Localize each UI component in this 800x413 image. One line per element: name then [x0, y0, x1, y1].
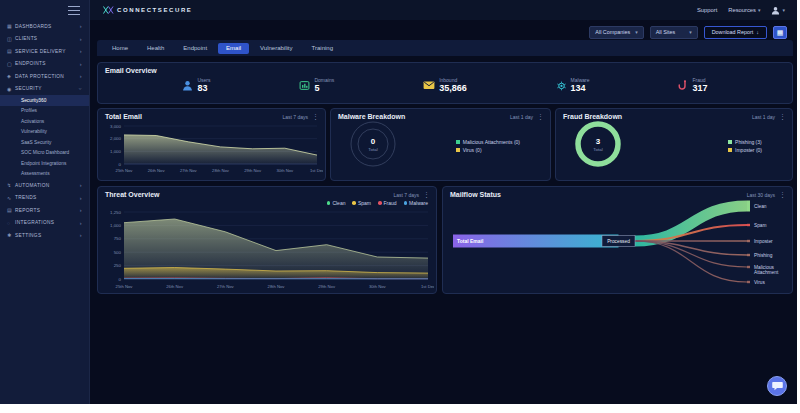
svg-text:27th Nov: 27th Nov: [180, 168, 198, 173]
topbar-right: Support Resources ▾ ▾: [697, 6, 785, 15]
sidebar-item-settings[interactable]: ✱SETTINGS›: [0, 229, 89, 242]
sankey-source-label: Total Email: [457, 238, 484, 244]
sidebar-subitem-profiles[interactable]: Profiles: [0, 106, 89, 117]
sites-select[interactable]: All Sites ▾: [650, 26, 698, 39]
chevron-down-icon: ▾: [782, 7, 785, 13]
sidebar-item-automation[interactable]: ↯AUTOMATION›: [0, 179, 89, 192]
support-link[interactable]: Support: [697, 7, 717, 13]
chevron-right-icon: ›: [80, 207, 82, 213]
malware-breakdown-card: Malware Breakdown Last 1 day ⋮ 0Total Ma…: [330, 108, 551, 181]
page-title: Email Overview: [105, 67, 157, 74]
svg-text:26th Nov: 26th Nov: [166, 284, 184, 289]
automation-icon: ↯: [7, 182, 15, 188]
sidebar-item-data-protection[interactable]: ◈DATA PROTECTION›: [0, 70, 89, 83]
legend-dot: [378, 201, 382, 205]
inbound-envelope-icon: [423, 80, 435, 90]
tab-home[interactable]: Home: [104, 43, 136, 54]
svg-text:26th Nov: 26th Nov: [148, 168, 166, 173]
tab-email[interactable]: Email: [218, 43, 249, 54]
chevron-down-icon: ▾: [635, 29, 638, 35]
sidebar-subitem-endpoint-integrations[interactable]: Endpoint Integrations: [0, 158, 89, 169]
download-icon: ↓: [756, 29, 759, 35]
svg-text:29th Nov: 29th Nov: [244, 168, 262, 173]
sidebar-item-label: INTEGRATIONS: [15, 220, 54, 225]
sidebar-subitem-soc-micro-dashboard[interactable]: SOC Micro Dashboard: [0, 148, 89, 159]
tab-health[interactable]: Health: [139, 43, 172, 54]
legend-item-malware: Malware: [404, 200, 428, 206]
fraud-breakdown-card: Fraud Breakdown Last 1 day ⋮ 3Total Phis…: [555, 108, 793, 181]
users-icon: [182, 80, 193, 91]
chevron-right-icon: ›: [80, 48, 82, 54]
mailflow-status-card: Mailflow Status Last 30 days ⋮ CleanSpam…: [442, 186, 793, 294]
stat-value: 134: [571, 84, 590, 93]
svg-text:28th Nov: 28th Nov: [268, 284, 286, 289]
companies-select[interactable]: All Companies ▾: [589, 26, 643, 39]
sidebar-item-service-delivery[interactable]: ▤SERVICE DELIVERY›: [0, 45, 89, 58]
chat-fab-button[interactable]: [767, 376, 787, 396]
tab-vulnerability[interactable]: Vulnerability: [252, 43, 300, 54]
brand-name: CONNECTSECURE: [117, 7, 192, 13]
sidebar-item-label: ENDPOINTS: [15, 61, 46, 66]
sidebar-collapse-button[interactable]: [68, 6, 80, 15]
trends-icon: ∿: [7, 195, 15, 201]
svg-text:30th Nov: 30th Nov: [276, 168, 294, 173]
card-menu-button[interactable]: ⋮: [312, 113, 319, 120]
endpoints-icon: ▢: [7, 61, 15, 67]
sidebar-subitem-vulnerability[interactable]: Vulnerability: [0, 127, 89, 138]
brand: CONNECTSECURE: [103, 6, 192, 14]
sidebar-item-endpoints[interactable]: ▢ENDPOINTS›: [0, 58, 89, 71]
legend-item-malicious-attachments-0: Malicious Attachments (0): [456, 139, 520, 145]
resources-menu[interactable]: Resources ▾: [728, 7, 760, 13]
card-menu-button[interactable]: ⋮: [537, 113, 544, 120]
sidebar-item-integrations[interactable]: ◌INTEGRATIONS›: [0, 217, 89, 230]
data-protection-icon: ◈: [7, 73, 15, 79]
sidebar-subitem-saas-security[interactable]: SaaS Security: [0, 137, 89, 148]
sidebar-nav: ▦DASHBOARDS›◫CLIENTS›▤SERVICE DELIVERY›▢…: [0, 20, 89, 242]
card-period-label: Last 30 days: [747, 192, 775, 198]
malware-legend: Malicious Attachments (0)Virus (0): [456, 136, 520, 156]
tab-endpoint[interactable]: Endpoint: [175, 43, 215, 54]
legend-item-fraud: Fraud: [378, 200, 397, 206]
svg-text:30th Nov: 30th Nov: [369, 284, 387, 289]
apps-button[interactable]: ▦: [773, 26, 787, 39]
mailflow-sankey-chart: CleanSpamImposterPhishingMaliciousAttach…: [443, 198, 792, 288]
card-title: Mailflow Status: [450, 191, 501, 198]
sankey-target-label: Virus: [754, 280, 765, 285]
topbar: CONNECTSECURE Support Resources ▾ ▾: [90, 0, 797, 20]
svg-text:29th Nov: 29th Nov: [318, 284, 336, 289]
user-menu[interactable]: ▾: [771, 6, 785, 15]
sidebar-subitem-activations[interactable]: Activations: [0, 116, 89, 127]
sidebar-item-label: SERVICE DELIVERY: [15, 49, 66, 54]
filter-toolbar: All Companies ▾ All Sites ▾ Download Rep…: [90, 22, 797, 42]
sidebar-item-clients[interactable]: ◫CLIENTS›: [0, 33, 89, 46]
stat-value: 35,866: [439, 84, 467, 93]
brand-logo-icon: [103, 6, 114, 14]
download-report-button[interactable]: Download Report ↓: [704, 26, 767, 39]
stats-row: Users 83 Domains 5 Inbound: [98, 77, 792, 93]
chevron-right-icon: ›: [80, 195, 82, 201]
sidebar-item-label: SETTINGS: [15, 233, 41, 238]
reports-icon: ▤: [7, 207, 15, 213]
card-menu-button[interactable]: ⋮: [423, 191, 430, 198]
sidebar-subitem-assessments[interactable]: Assessments: [0, 169, 89, 180]
sidebar-item-dashboards[interactable]: ▦DASHBOARDS›: [0, 20, 89, 33]
card-menu-button[interactable]: ⋮: [779, 191, 786, 198]
fraud-hook-icon: [678, 80, 688, 91]
sidebar-item-security[interactable]: ◉SECURITY›: [0, 83, 89, 96]
card-menu-button[interactable]: ⋮: [779, 113, 786, 120]
svg-text:27th Nov: 27th Nov: [217, 284, 235, 289]
stat-inbound: Inbound 35,866: [423, 77, 467, 93]
svg-text:28th Nov: 28th Nov: [212, 168, 230, 173]
settings-icon: ✱: [7, 232, 15, 238]
chevron-down-icon: ›: [78, 88, 84, 90]
sidebar-item-trends[interactable]: ∿TRENDS›: [0, 192, 89, 205]
svg-text:25th Nov: 25th Nov: [116, 284, 134, 289]
sankey-mid-label: Processed: [607, 239, 630, 244]
email-overview-card: Email Overview Users 83 Domains 5: [97, 62, 793, 104]
fraud-legend: Phishing (3)Imposter (0): [728, 136, 762, 156]
chevron-right-icon: ›: [80, 36, 82, 42]
tab-training[interactable]: Training: [304, 43, 341, 54]
sidebar-subitem-security360[interactable]: Security360: [0, 95, 89, 106]
legend-dot: [327, 201, 331, 205]
sidebar-item-reports[interactable]: ▤REPORTS›: [0, 204, 89, 217]
